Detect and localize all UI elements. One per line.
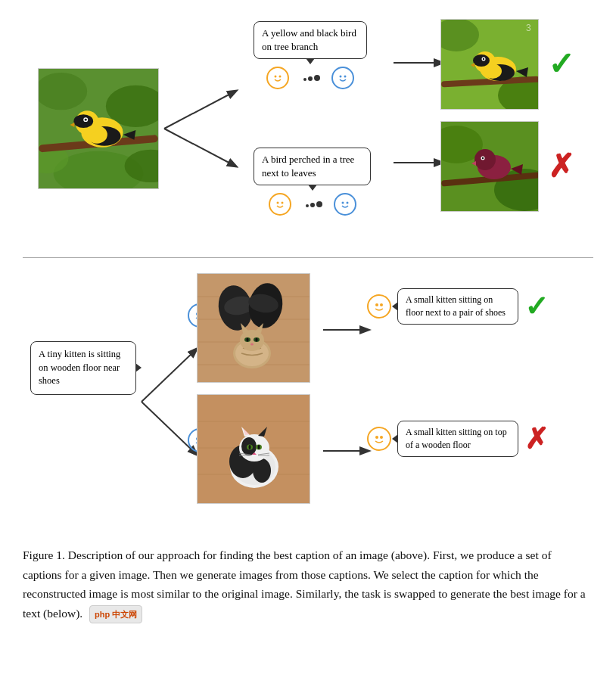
svg-point-104: [380, 436, 383, 439]
php-badge: php 中文网: [89, 605, 142, 623]
svg-point-50: [482, 157, 484, 159]
result-row-2: A small kitten sitting on top of a woode…: [367, 421, 549, 457]
svg-point-22: [276, 202, 278, 204]
svg-point-103: [375, 436, 378, 439]
main-container: A yellow and black bird on tree branch: [0, 0, 616, 639]
svg-point-25: [346, 202, 348, 204]
smiley-orange-2: [269, 193, 291, 216]
svg-text:3: 3: [526, 23, 531, 33]
top-section: A yellow and black bird on tree branch: [23, 15, 593, 250]
svg-line-52: [142, 349, 197, 402]
center-image-kitten: [197, 394, 310, 504]
svg-point-84: [253, 458, 271, 483]
result-row-1: A small kitten sitting on floor next to …: [367, 288, 549, 325]
svg-point-19: [279, 76, 282, 78]
smiley-result-1: [367, 294, 391, 319]
caption-box-1: A yellow and black bird on tree branch: [254, 21, 367, 89]
svg-point-92: [249, 445, 251, 449]
svg-point-47: [474, 149, 496, 170]
smiley-result-2: [367, 427, 391, 451]
svg-point-93: [258, 445, 260, 449]
svg-point-75: [256, 338, 258, 342]
bottom-section: A tiny kitten is sitting on wooden floor…: [23, 273, 593, 530]
arrow-center-to-caption2: [319, 402, 380, 523]
smiley-blue-2: [334, 193, 356, 216]
result-caption-2: A small kitten sitting on top of a woode…: [397, 421, 518, 457]
cross-1: ✗: [548, 151, 574, 182]
figure-caption: Figure 1. Description of our approach fo…: [23, 545, 593, 623]
svg-point-18: [275, 76, 277, 78]
cross-2: ✗: [524, 424, 549, 453]
source-caption-box: A tiny kitten is sitting on wooden floor…: [30, 341, 136, 395]
section-divider: [23, 257, 593, 258]
svg-line-16: [164, 91, 236, 129]
svg-point-101: [375, 303, 378, 306]
svg-point-76: [250, 343, 254, 346]
top-arrows-svg: [160, 68, 259, 189]
source-image-top: [38, 68, 159, 189]
caption-box-2: A bird perched in a tree next to leaves: [254, 148, 371, 216]
svg-point-23: [281, 202, 283, 204]
caption-text-1: A yellow and black bird on tree branch: [254, 21, 367, 59]
svg-point-20: [340, 76, 342, 78]
smiley-blue-1: [331, 67, 354, 89]
svg-point-74: [247, 338, 249, 342]
svg-point-14: [85, 119, 87, 121]
center-image-shoes: [197, 273, 310, 383]
result-image-1: 3: [440, 19, 539, 110]
caption-text-2: A bird perched in a tree next to leaves: [254, 148, 371, 185]
svg-point-39: [483, 58, 484, 60]
svg-point-102: [380, 303, 383, 306]
result-images-top: 3 ✓: [440, 19, 574, 212]
svg-point-11: [73, 114, 93, 128]
yellow-bird-source-svg: [39, 69, 158, 188]
svg-point-24: [341, 202, 344, 204]
svg-line-17: [164, 129, 236, 166]
thought-dots-2: [306, 201, 322, 207]
smiley-orange-1: [266, 67, 289, 89]
checkmark-1: ✓: [548, 48, 574, 80]
svg-point-21: [344, 76, 347, 78]
result-caption-1: A small kitten sitting on floor next to …: [397, 288, 518, 325]
center-images-bottom: [197, 273, 310, 504]
svg-point-69: [240, 330, 264, 351]
checkmark-2: ✓: [524, 292, 549, 321]
svg-point-36: [473, 54, 490, 67]
result-image-2: [440, 121, 539, 212]
thought-dots-1: [303, 75, 320, 81]
